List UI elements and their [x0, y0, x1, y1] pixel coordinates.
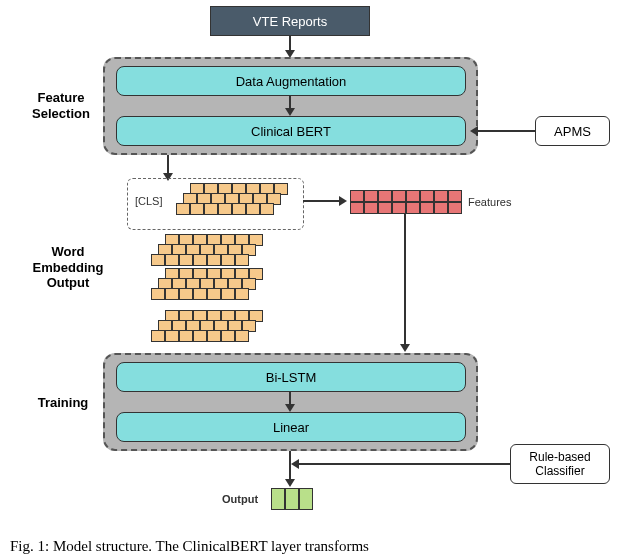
- data-augmentation-label: Data Augmentation: [236, 74, 347, 89]
- linear-label: Linear: [273, 420, 309, 435]
- output-cell: [299, 488, 313, 510]
- token-cell: [151, 330, 165, 342]
- token-row: [151, 288, 249, 300]
- token-cell: [165, 288, 179, 300]
- rule-classifier-box: Rule-based Classifier: [510, 444, 610, 484]
- token-cell: [260, 203, 274, 215]
- feature-cell: [392, 190, 406, 202]
- arrow-line: [404, 214, 406, 346]
- features-label: Features: [468, 196, 511, 208]
- token-cell: [165, 330, 179, 342]
- arrow-line: [298, 463, 510, 465]
- figure-caption: Fig. 1: Model structure. The ClinicalBER…: [10, 538, 369, 555]
- training-label: Training: [28, 395, 98, 411]
- feature-cell: [350, 190, 364, 202]
- token-cell: [179, 254, 193, 266]
- arrow-head-icon: [285, 108, 295, 116]
- token-cell: [246, 203, 260, 215]
- output-label: Output: [222, 493, 258, 505]
- feature-cell: [350, 202, 364, 214]
- token-cell: [176, 203, 190, 215]
- token-row: [176, 203, 274, 215]
- clinical-bert-label: Clinical BERT: [251, 124, 331, 139]
- token-cell: [151, 288, 165, 300]
- feature-cell: [392, 202, 406, 214]
- token-cell: [207, 288, 221, 300]
- output-cell: [271, 488, 285, 510]
- feature-cell: [378, 202, 392, 214]
- feature-cell: [420, 190, 434, 202]
- token-cell: [221, 254, 235, 266]
- token-cell: [218, 203, 232, 215]
- token-cell: [204, 203, 218, 215]
- bilstm-box: Bi-LSTM: [116, 362, 466, 392]
- token-cell: [207, 254, 221, 266]
- token-cell: [179, 288, 193, 300]
- token-cell: [151, 254, 165, 266]
- feature-row: [350, 190, 462, 202]
- feature-cell: [448, 190, 462, 202]
- clinical-bert-box: Clinical BERT: [116, 116, 466, 146]
- token-row: [151, 330, 249, 342]
- token-cell: [235, 254, 249, 266]
- feature-cell: [434, 202, 448, 214]
- token-cell: [165, 254, 179, 266]
- arrow-head-icon: [285, 479, 295, 487]
- data-augmentation-box: Data Augmentation: [116, 66, 466, 96]
- arrow-line: [303, 200, 341, 202]
- output-cell: [285, 488, 299, 510]
- token-cell: [235, 330, 249, 342]
- apms-label: APMS: [554, 124, 591, 139]
- token-cell: [193, 254, 207, 266]
- arrow-line: [478, 130, 535, 132]
- vte-reports-label: VTE Reports: [253, 14, 327, 29]
- feature-cell: [364, 202, 378, 214]
- vte-reports-box: VTE Reports: [210, 6, 370, 36]
- feature-cell: [406, 202, 420, 214]
- token-cell: [235, 288, 249, 300]
- token-cell: [232, 203, 246, 215]
- token-cell: [179, 330, 193, 342]
- token-row: [151, 254, 249, 266]
- linear-box: Linear: [116, 412, 466, 442]
- feature-cell: [378, 190, 392, 202]
- arrow-head-icon: [291, 459, 299, 469]
- word-embedding-label: Word Embedding Output: [23, 244, 113, 291]
- cls-label: [CLS]: [135, 195, 163, 207]
- arrow-head-icon: [339, 196, 347, 206]
- apms-box: APMS: [535, 116, 610, 146]
- arrow-head-icon: [400, 344, 410, 352]
- token-cell: [193, 288, 207, 300]
- rule-classifier-label: Rule-based Classifier: [529, 450, 590, 478]
- feature-cell: [406, 190, 420, 202]
- token-cell: [190, 203, 204, 215]
- feature-cell: [420, 202, 434, 214]
- token-cell: [221, 288, 235, 300]
- feature-row: [350, 202, 462, 214]
- arrow-head-icon: [285, 404, 295, 412]
- arrow-line: [167, 155, 169, 175]
- bilstm-label: Bi-LSTM: [266, 370, 317, 385]
- token-cell: [221, 330, 235, 342]
- feature-selection-label: Feature Selection: [23, 90, 99, 121]
- arrow-head-icon: [470, 126, 478, 136]
- token-cell: [193, 330, 207, 342]
- feature-cell: [434, 190, 448, 202]
- token-cell: [207, 330, 221, 342]
- feature-cell: [364, 190, 378, 202]
- feature-cell: [448, 202, 462, 214]
- arrow-line: [289, 451, 291, 481]
- output-row: [271, 488, 313, 510]
